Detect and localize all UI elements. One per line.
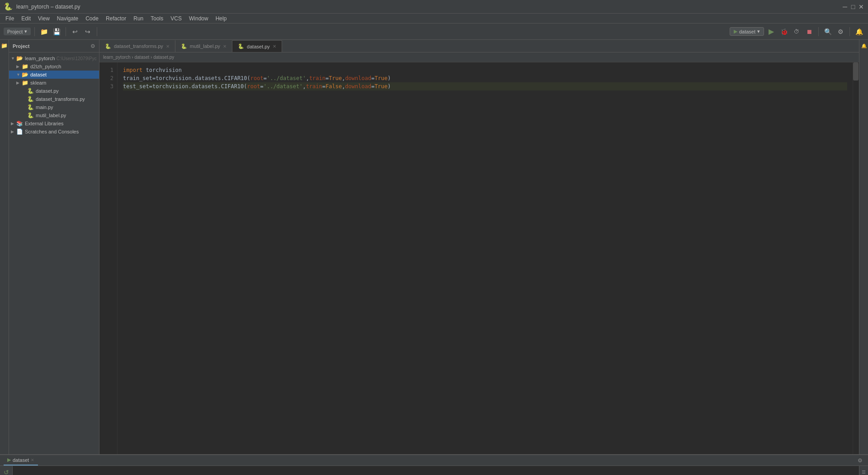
stop-button[interactable]: ⏹ — [804, 26, 815, 37]
close-button[interactable]: ✕ — [858, 4, 864, 10]
tree-label: dataset_transforms.py — [36, 96, 85, 102]
run-output-line-1: E:\anaconda\envs\pytorch\python.exe C:\U… — [16, 469, 855, 475]
spacer: ▶ — [22, 97, 27, 101]
python-file-icon: 🐍 — [27, 96, 34, 102]
project-panel-header: Project ⚙ — [9, 40, 99, 52]
run-tab-dataset[interactable]: ▶ dataset ✕ — [4, 455, 38, 466]
title-bar: 🐍 learn_pytorch – dataset.py ─ □ ✕ — [0, 0, 868, 14]
tab-label: mutil_label.py — [190, 43, 220, 49]
toolbar-separator-3 — [97, 27, 97, 36]
menu-refactor[interactable]: Refactor — [102, 14, 130, 23]
notifications-panel-icon[interactable]: 🔔 — [860, 42, 868, 50]
arrow-icon: ▼ — [16, 72, 22, 77]
toolbar-separator-2 — [66, 27, 66, 36]
menu-code[interactable]: Code — [82, 14, 102, 23]
py-icon: 🐍 — [238, 43, 244, 49]
app-icon: 🐍 — [4, 2, 13, 11]
tree-label: Scratches and Consoles — [25, 129, 79, 134]
rerun-button[interactable]: ↺ — [2, 468, 11, 475]
project-tree: ▼ 📂 learn_pytorch C:\Users\12079\Pyc ▶ 📁… — [9, 52, 99, 454]
main-area: 📁 Project ⚙ ▼ 📂 learn_pytorch C:\Users\1… — [0, 40, 868, 454]
settings-button[interactable]: ⚙ — [835, 26, 846, 37]
tree-item-dataset-py[interactable]: ▶ 🐍 dataset.py — [9, 87, 99, 95]
maximize-button[interactable]: □ — [850, 4, 856, 10]
run-right-icon[interactable]: ☰ — [860, 468, 868, 475]
tree-item-scratches-consoles[interactable]: ▶ 📄 Scratches and Consoles — [9, 128, 99, 136]
run-content: ↺ ⏹ ✕ ↡ ↵ 🖨 🗑 📌 E:\anaconda\envs\pytorch… — [0, 466, 868, 475]
run-with-coverage-button[interactable]: ⏱ — [791, 26, 802, 37]
notifications-button[interactable]: 🔔 — [854, 26, 864, 37]
scrollbar-thumb[interactable] — [853, 62, 859, 81]
library-icon: 📚 — [16, 120, 23, 127]
tree-item-d2lzh_pytorch[interactable]: ▶ 📁 d2lzh_pytorch — [9, 62, 99, 71]
code-line-2: train_set=torchvision.datasets.CIFAR10(r… — [123, 74, 847, 82]
debug-button[interactable]: 🐞 — [778, 26, 789, 37]
tab-dataset-transforms[interactable]: 🐍 dataset_transforms.py ✕ — [99, 40, 175, 52]
arrow-icon: ▼ — [11, 56, 16, 61]
menu-edit[interactable]: Edit — [18, 14, 34, 23]
project-dropdown[interactable]: Project ▾ — [4, 28, 31, 35]
toolbar-redo-button[interactable]: ↪ — [82, 26, 93, 37]
tab-close-icon[interactable]: ✕ — [273, 44, 276, 49]
toolbar-open-button[interactable]: 📁 — [38, 26, 49, 37]
menu-window[interactable]: Window — [185, 14, 212, 23]
toolbar-undo-button[interactable]: ↩ — [70, 26, 80, 37]
tree-item-learn_pytorch[interactable]: ▼ 📂 learn_pytorch C:\Users\12079\Pyc — [9, 54, 99, 62]
toolbar-save-button[interactable]: 💾 — [51, 26, 62, 37]
window-title: learn_pytorch – dataset.py — [16, 4, 80, 10]
menu-vcs[interactable]: VCS — [167, 14, 185, 23]
menu-view[interactable]: View — [34, 14, 53, 23]
tree-label: d2lzh_pytorch — [30, 64, 61, 69]
tab-mutil-label[interactable]: 🐍 mutil_label.py ✕ — [175, 40, 232, 52]
tree-item-main-py[interactable]: ▶ 🐍 main.py — [9, 103, 99, 111]
project-label: Project — [7, 29, 23, 34]
toolbar-separator-5 — [849, 27, 850, 36]
project-icon[interactable]: 📁 — [0, 42, 9, 50]
spacer: ▶ — [22, 105, 27, 109]
run-config-dropdown[interactable]: ▶ dataset ▾ — [730, 27, 764, 36]
titlebar-left: 🐍 learn_pytorch – dataset.py — [4, 2, 80, 11]
tree-item-external-libraries[interactable]: ▶ 📚 External Libraries — [9, 119, 99, 128]
run-left-icons: ↺ ⏹ ✕ ↡ ↵ 🖨 🗑 📌 — [0, 466, 13, 475]
tab-label: dataset_transforms.py — [114, 43, 163, 49]
tree-item-dataset-folder[interactable]: ▼ 📂 dataset — [9, 71, 99, 79]
tree-item-sklearn[interactable]: ▶ 📁 sklearn — [9, 79, 99, 87]
run-button[interactable]: ▶ — [766, 26, 777, 37]
line-num-3: 3 — [99, 82, 113, 90]
code-line-1: import torchvision — [123, 66, 847, 74]
editor-scrollbar[interactable] — [853, 62, 859, 454]
tab-dataset[interactable]: 🐍 dataset.py ✕ — [232, 40, 282, 52]
tree-item-dataset-transforms-py[interactable]: ▶ 🐍 dataset_transforms.py — [9, 95, 99, 103]
tree-label: dataset.py — [36, 88, 59, 94]
toolbar-separator-1 — [34, 27, 35, 36]
gear-icon[interactable]: ⚙ — [90, 43, 95, 49]
run-config-label: dataset — [739, 29, 755, 34]
project-panel-controls: ⚙ — [90, 43, 95, 49]
minimize-button[interactable]: ─ — [842, 4, 848, 10]
tree-label: dataset — [30, 72, 47, 77]
run-tab-close-icon[interactable]: ✕ — [31, 458, 34, 462]
menu-navigate[interactable]: Navigate — [53, 14, 82, 23]
editor-area: 🐍 dataset_transforms.py ✕ 🐍 mutil_label.… — [99, 40, 859, 454]
menu-run[interactable]: Run — [130, 14, 147, 23]
search-everywhere-button[interactable]: 🔍 — [822, 26, 833, 37]
menu-help[interactable]: Help — [212, 14, 231, 23]
tab-close-icon[interactable]: ✕ — [166, 44, 170, 49]
window-controls: ─ □ ✕ — [842, 4, 864, 10]
editor-wrapper: 1 2 3 import torchvision train_set=torch… — [99, 62, 859, 454]
run-panel-settings-button[interactable]: ⚙ — [856, 456, 864, 465]
folder-icon: 📁 — [22, 63, 28, 70]
code-area[interactable]: import torchvision train_set=torchvision… — [118, 62, 853, 454]
py-icon: 🐍 — [105, 43, 111, 49]
tree-label: learn_pytorch C:\Users\12079\Pyc — [25, 56, 97, 61]
menu-tools[interactable]: Tools — [147, 14, 167, 23]
py-icon: 🐍 — [181, 43, 187, 49]
tab-close-icon[interactable]: ✕ — [223, 44, 226, 49]
spacer: ▶ — [22, 113, 27, 118]
tree-item-mutil-label-py[interactable]: ▶ 🐍 mutil_label.py — [9, 111, 99, 119]
toolbar-separator-4 — [818, 27, 819, 36]
left-strip: 📁 — [0, 40, 9, 454]
run-config-icon: ▶ — [734, 28, 737, 34]
menu-bar: File Edit View Navigate Code Refactor Ru… — [0, 14, 868, 24]
menu-file[interactable]: File — [2, 14, 18, 23]
